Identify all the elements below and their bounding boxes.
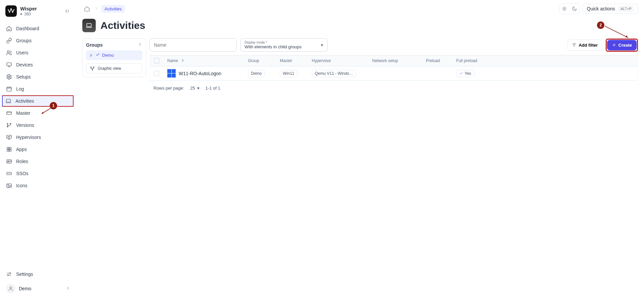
sidebar-item-label: Devices bbox=[16, 62, 33, 67]
sidebar-collapse-button[interactable] bbox=[62, 7, 71, 15]
row-checkbox[interactable] bbox=[154, 71, 159, 76]
svg-rect-16 bbox=[9, 147, 11, 149]
quick-actions-label: Quick actions bbox=[587, 6, 615, 11]
pagination-range: 1-1 of 1 bbox=[206, 86, 220, 91]
display-mode-label: Display mode * bbox=[245, 41, 316, 44]
sidebar-item-label: Hypervisors bbox=[16, 135, 41, 140]
grid-icon bbox=[6, 146, 12, 152]
laptop-icon bbox=[5, 98, 11, 104]
graphic-view-label: Graphic view bbox=[98, 66, 121, 71]
sidebar-item-hypervisors[interactable]: Hypervisors bbox=[3, 132, 74, 143]
table: Name Group Master Hypervisor Network set… bbox=[149, 55, 638, 81]
svg-point-3 bbox=[12, 12, 13, 13]
caret-down-icon: ▾ bbox=[197, 86, 200, 91]
sidebar-item-ssos[interactable]: SSOs bbox=[3, 168, 74, 179]
plus-icon bbox=[612, 43, 616, 47]
svg-point-1 bbox=[9, 12, 10, 13]
graphic-view-button[interactable]: Graphic view bbox=[86, 63, 142, 73]
svg-rect-17 bbox=[7, 150, 9, 151]
sidebar: Wisper 360 Dashboard Groups Users bbox=[0, 0, 76, 300]
col-header-master[interactable]: Master bbox=[276, 58, 308, 63]
annotation-arrow-2 bbox=[604, 25, 631, 40]
breadcrumb-current[interactable]: Activities bbox=[101, 5, 125, 13]
groups-panel-title: Groups bbox=[86, 42, 103, 48]
sidebar-item-activities[interactable]: Activities bbox=[2, 95, 74, 107]
sidebar-item-label: Users bbox=[16, 50, 29, 55]
svg-point-24 bbox=[10, 273, 11, 274]
add-filter-label: Add filter bbox=[578, 43, 598, 48]
kbd-hint: ALT+P bbox=[618, 6, 634, 11]
sidebar-item-setups[interactable]: Setups bbox=[3, 71, 74, 83]
col-header-hypervisor[interactable]: Hypervisor bbox=[308, 58, 368, 63]
svg-rect-9 bbox=[6, 99, 10, 102]
presentation-icon bbox=[6, 134, 12, 140]
sidebar-item-users[interactable]: Users bbox=[3, 47, 74, 58]
sidebar-item-settings[interactable]: Settings bbox=[3, 268, 74, 280]
col-header-full-preload[interactable]: Full preload bbox=[452, 58, 513, 63]
check-icon bbox=[95, 52, 100, 58]
name-filter-input[interactable] bbox=[149, 38, 237, 52]
brand-logo bbox=[5, 5, 17, 17]
col-header-name[interactable]: Name bbox=[163, 58, 244, 63]
calendar-icon bbox=[6, 86, 12, 92]
sidebar-item-log[interactable]: Log bbox=[3, 83, 74, 95]
rows-per-page-select[interactable]: 25 ▾ bbox=[190, 86, 199, 91]
svg-rect-28 bbox=[87, 23, 91, 27]
svg-point-4 bbox=[13, 9, 14, 10]
svg-rect-15 bbox=[7, 147, 9, 149]
col-header-network[interactable]: Network setup bbox=[368, 58, 422, 63]
sidebar-item-master[interactable]: Master bbox=[3, 107, 74, 119]
add-filter-button[interactable]: Add filter bbox=[567, 40, 602, 51]
display-mode-select[interactable]: Display mode * With elements in child gr… bbox=[240, 38, 328, 52]
table-area: Display mode * With elements in child gr… bbox=[149, 38, 638, 95]
select-all-checkbox[interactable] bbox=[154, 58, 159, 63]
theme-dark-button[interactable] bbox=[569, 4, 579, 14]
sidebar-item-icons[interactable]: Icons bbox=[3, 180, 74, 191]
table-footer: Rows per page: 25 ▾ 1-1 of 1 bbox=[149, 81, 638, 95]
sidebar-item-devices[interactable]: Devices bbox=[3, 59, 74, 70]
monitor-icon bbox=[6, 62, 12, 68]
cell-name: W11-RO-AutoLogon bbox=[179, 71, 221, 76]
create-button[interactable]: Create bbox=[607, 40, 637, 50]
brand-name: Wisper bbox=[20, 6, 37, 12]
sort-asc-icon bbox=[181, 59, 185, 63]
sidebar-item-label: Roles bbox=[16, 159, 28, 164]
chevron-right-icon bbox=[94, 6, 98, 11]
quick-actions-button[interactable]: Quick actions ALT+P bbox=[583, 4, 638, 14]
col-header-group[interactable]: Group bbox=[244, 58, 276, 63]
display-mode-value: With elements in child groups bbox=[245, 44, 316, 49]
svg-point-2 bbox=[11, 8, 12, 9]
sliders-icon bbox=[6, 271, 12, 277]
theme-light-button[interactable] bbox=[559, 4, 569, 14]
sidebar-item-label: Log bbox=[16, 86, 24, 92]
sidebar-item-label: Activities bbox=[15, 98, 34, 104]
topbar: Activities Quick actions ALT+P bbox=[76, 0, 644, 14]
sidebar-item-apps[interactable]: Apps bbox=[3, 144, 74, 155]
page-title: Activities bbox=[100, 20, 145, 31]
theme-toggle bbox=[559, 3, 580, 14]
sidebar-item-groups[interactable]: Groups bbox=[3, 35, 74, 46]
group-tree-item[interactable]: Demo bbox=[86, 50, 142, 60]
users-icon bbox=[6, 50, 12, 56]
sidebar-item-dashboard[interactable]: Dashboard bbox=[3, 23, 74, 34]
annotation-dot-1: 1 bbox=[50, 102, 57, 109]
sidebar-item-label: Setups bbox=[16, 74, 31, 80]
svg-point-5 bbox=[7, 51, 9, 53]
sidebar-item-label: Groups bbox=[16, 38, 32, 43]
sidebar-item-label: SSOs bbox=[16, 171, 29, 176]
table-row[interactable]: W11-RO-AutoLogon Demo Win11 Qemu V11 - W… bbox=[150, 66, 638, 81]
brand-sub: 360 bbox=[20, 12, 37, 16]
sidebar-item-roles[interactable]: Roles bbox=[3, 156, 74, 167]
sidebar-item-versions[interactable]: Versions bbox=[3, 119, 74, 131]
create-label: Create bbox=[618, 43, 632, 48]
annotation-dot-2: 2 bbox=[597, 21, 604, 29]
svg-point-7 bbox=[8, 76, 10, 78]
main: Activities Quick actions ALT+P Activitie… bbox=[76, 0, 644, 300]
filter-icon bbox=[572, 43, 576, 47]
link-icon bbox=[6, 38, 12, 44]
user-menu[interactable]: Demo bbox=[3, 281, 74, 296]
chevron-right-icon[interactable] bbox=[138, 42, 142, 48]
col-header-preload[interactable]: Preload bbox=[422, 58, 452, 63]
svg-point-0 bbox=[8, 9, 9, 10]
breadcrumb-home[interactable] bbox=[82, 4, 92, 13]
